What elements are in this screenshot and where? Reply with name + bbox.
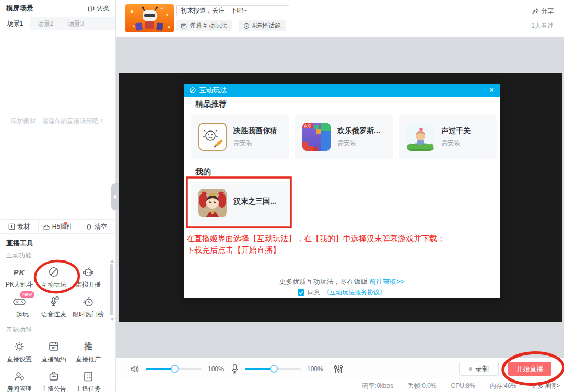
tool-room-manage[interactable]: 房间管理	[2, 370, 37, 392]
svg-text:欢乐: 欢乐	[304, 124, 312, 128]
task-list-icon	[82, 370, 95, 383]
tool-pk-battle[interactable]: PK PK大乱斗	[2, 265, 37, 289]
room-info-bar: 弹幕互动玩法 #选择话题 分享 1人看过	[116, 0, 564, 37]
annotation-line-2: 下载完后点击【开始直播】	[186, 244, 445, 256]
interactive-play-icon-white	[189, 87, 196, 94]
volume-control: 100%	[130, 364, 226, 374]
game-card-hanmo[interactable]: 汉末之三国...	[191, 181, 290, 225]
mic-control: 100%	[231, 364, 325, 374]
danmu-icon	[181, 23, 187, 29]
agreement-row: 同意 《互动玩法服务协议》	[184, 288, 500, 297]
tab-scene3[interactable]: 场景3	[61, 17, 91, 30]
tool-voice-connect[interactable]: 语音连麦	[37, 295, 71, 319]
equalizer-icon[interactable]	[333, 364, 344, 374]
close-icon[interactable]: ✕	[489, 87, 495, 93]
get-more-link[interactable]: 前往获取>>	[369, 278, 404, 286]
users-icon	[13, 370, 26, 383]
draw-guess-app-icon	[198, 123, 227, 151]
tag-row: 弹幕互动玩法 #选择话题	[176, 20, 286, 31]
interactive-play-icon	[48, 266, 60, 278]
share-button[interactable]: 分享	[532, 7, 554, 16]
tab-scene1[interactable]: 场景1	[0, 17, 30, 30]
tool-virtual-broadcast[interactable]: 虚拟开播	[71, 265, 105, 289]
scene-preview-area[interactable]: 添加素材，搭建你的直播场景吧！	[0, 30, 115, 219]
tool-anchor-tasks[interactable]: 主播任务	[71, 370, 105, 392]
tool-hot-rank[interactable]: 限时热门榜	[71, 295, 105, 319]
share-icon	[532, 8, 539, 15]
live-tools-title: 直播工具	[0, 234, 115, 250]
recommend-cards: 决胜我画你猜 需安装 欢乐 欢乐俄罗	[191, 115, 497, 159]
scrollbar-thumb[interactable]	[110, 264, 113, 315]
speaker-icon[interactable]	[130, 364, 139, 374]
voice-mic-icon	[48, 295, 60, 308]
empty-scene-hint: 添加素材，搭建你的直播场景吧！	[0, 117, 115, 126]
dialog-header: 互动玩法 ✕	[184, 84, 500, 97]
switch-scene-button[interactable]: 切换	[88, 4, 109, 13]
start-live-button[interactable]: 开始直播	[508, 362, 551, 376]
room-title-input[interactable]	[176, 5, 289, 16]
add-material-icon	[8, 223, 15, 230]
scene-title: 横屏场景	[6, 4, 33, 13]
more-games-row: 更多优质互动玩法，尽在饭贩 前往获取>>	[184, 277, 500, 287]
calendar-icon	[48, 340, 60, 353]
agree-checkbox[interactable]	[298, 289, 304, 296]
topic-tag[interactable]: #选择话题	[239, 20, 286, 31]
tutorial-annotation-text: 在直播姬界面选择【互动玩法】，在【我的】中选择汉末弹幕游戏并下载； 下载完后点击…	[186, 233, 445, 256]
mic-slider-thumb[interactable]	[270, 365, 278, 373]
new-badge: New	[20, 291, 34, 298]
volume-slider-fill	[146, 368, 174, 370]
scene-tabs: 场景1 场景2 场景3	[0, 17, 115, 30]
record-dot-icon	[469, 367, 472, 371]
mic-percent: 100%	[307, 365, 325, 373]
scroll-down-arrow[interactable]	[110, 318, 114, 321]
chevron-left-icon	[113, 194, 116, 199]
game-card-voice-level[interactable]: 声过千关 需安装	[399, 115, 497, 159]
tool-live-settings[interactable]: 直播设置	[2, 340, 37, 364]
game-card-tetris[interactable]: 欢乐 欢乐俄罗斯... 需安装	[295, 115, 393, 159]
recommend-title: 精品推荐	[195, 99, 227, 109]
mic-icon[interactable]	[231, 364, 239, 374]
memory-status: 内存:46%	[490, 382, 516, 390]
tool-play-together[interactable]: New 一起玩	[2, 295, 37, 319]
more-details-link[interactable]: 更多详情>	[531, 382, 560, 390]
tool-live-promotion[interactable]: 推 直播推广	[71, 340, 105, 364]
dialog-title: 互动玩法	[199, 86, 227, 95]
game-card-draw-guess[interactable]: 决胜我画你猜 需安装	[191, 115, 289, 159]
hanmo-app-icon	[198, 189, 227, 217]
interactive-tools-grid: PK PK大乱斗 互动玩法 虚拟开播 New 一起玩	[0, 261, 115, 323]
voice-level-app-icon	[406, 123, 434, 151]
basic-section-title: 基础功能	[0, 323, 115, 336]
timer-rank-icon	[82, 295, 95, 308]
stream-status-bar: 码率:0kbps 丢帧:0.0% CPU:8% 内存:46% 更多详情>	[116, 379, 564, 392]
record-button[interactable]: 录制	[459, 362, 499, 376]
annotation-line-1: 在直播姬界面选择【互动玩法】，在【我的】中选择汉末弹幕游戏并下载；	[186, 233, 445, 244]
topic-icon	[243, 23, 250, 29]
sidebar-collapse-handle[interactable]	[111, 183, 119, 210]
room-cover-image[interactable]	[125, 4, 174, 32]
volume-slider[interactable]	[146, 365, 202, 373]
tab-scene2[interactable]: 场景2	[30, 17, 61, 30]
volume-percent: 100%	[208, 365, 226, 373]
bitrate-status: 码率:0kbps	[362, 382, 393, 390]
danmu-play-tag[interactable]: 弹幕互动玩法	[176, 20, 232, 31]
h5-plugin-notification-dot	[64, 222, 67, 225]
tool-anchor-notice[interactable]: 主播公告	[37, 370, 71, 392]
mic-slider[interactable]	[245, 365, 301, 373]
h5-plugin-button[interactable]: H5插件	[38, 220, 77, 233]
mic-slider-fill	[245, 368, 274, 370]
scroll-up-arrow[interactable]	[110, 259, 114, 263]
add-material-button[interactable]: 素材	[0, 220, 38, 233]
tools-scrollbar[interactable]	[109, 259, 114, 321]
cpu-status: CPU:8%	[451, 382, 475, 389]
pk-icon: PK	[14, 268, 26, 277]
clear-scene-button[interactable]: 清空	[77, 220, 115, 233]
interactive-play-dialog: 互动玩法 ✕ 精品推荐 决胜我画你猜 需安装	[184, 84, 500, 298]
volume-slider-thumb[interactable]	[171, 365, 179, 373]
basic-tools-grid: 直播设置 直播预约 推 直播推广 房间管理	[0, 336, 115, 392]
tool-live-schedule[interactable]: 直播预约	[37, 340, 71, 364]
trash-icon	[86, 223, 92, 230]
mine-title: 我的	[195, 167, 211, 177]
scene-header: 横屏场景 切换	[0, 0, 115, 17]
tool-interactive-play[interactable]: 互动玩法	[37, 265, 71, 289]
service-agreement-link[interactable]: 《互动玩法服务协议》	[323, 288, 386, 297]
